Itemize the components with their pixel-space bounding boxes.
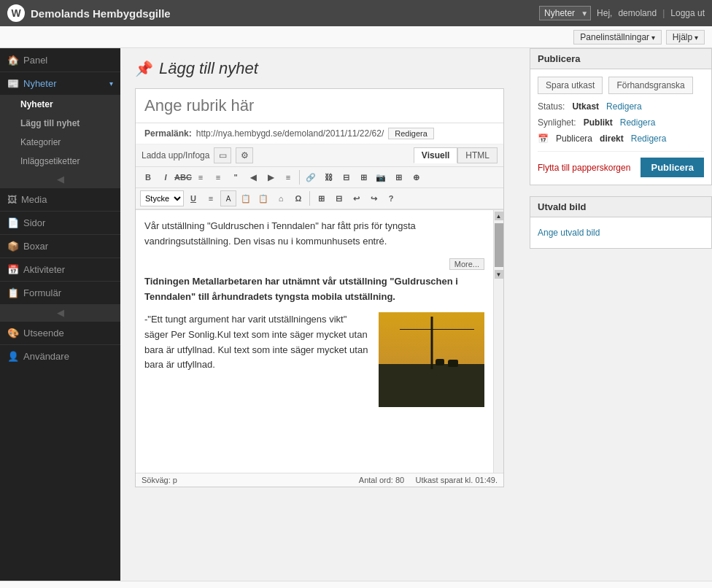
toolbar-row2: Stycke U ≡ A 📋 📋 ⌂ Ω ⊞ ⊟ ↩ ↪: [136, 188, 503, 209]
tb-undo[interactable]: ↩: [348, 190, 364, 206]
sidebar-item-kategorier[interactable]: Kategorier: [0, 133, 120, 152]
tb-fullscreen[interactable]: ⊞: [355, 169, 371, 185]
scrollbar-thumb[interactable]: [495, 223, 503, 267]
publish-direct-row: 📅 Publicera direkt Redigera: [538, 134, 704, 144]
sidebar-collapse-btn-2[interactable]: ◀: [0, 304, 120, 321]
tab-visuell[interactable]: Visuell: [414, 147, 457, 163]
status-edit-link[interactable]: Redigera: [606, 101, 642, 112]
sidebar-item-aktiviteter[interactable]: 📅 Aktiviteter: [0, 258, 120, 281]
publish-direct-edit-link[interactable]: Redigera: [631, 134, 667, 144]
news-dropdown[interactable]: Nyheter: [539, 6, 591, 20]
sidebar-item-lagg-till-nyhet[interactable]: Lägg till nyhet: [0, 114, 120, 133]
tb-paste-word[interactable]: 📋: [255, 190, 271, 206]
publish-actions: Spara utkast Förhandsgranska: [538, 77, 704, 94]
tb-link[interactable]: 🔗: [303, 169, 319, 185]
main-and-right: 📌 Lägg till nyhet Permalänk: http://nya.…: [120, 48, 712, 581]
sidor-icon: 📄: [7, 217, 19, 228]
publish-button[interactable]: Publicera: [641, 158, 704, 177]
media-icon: 🖼: [7, 194, 17, 205]
permalink-url: http://nya.hembygd.se/demoland/2011/11/2…: [196, 128, 384, 139]
content-with-image: -"Ett tungt argument har varit utställni…: [144, 312, 484, 407]
scrollbar-down[interactable]: ▼: [495, 270, 503, 279]
tb-align-center[interactable]: ▶: [263, 169, 279, 185]
tb-media[interactable]: 📷: [373, 169, 389, 185]
sidebar-item-panel[interactable]: 🏠 Panel: [0, 48, 120, 71]
set-featured-image-link[interactable]: Ange utvald bild: [538, 225, 704, 241]
tb-paste-text[interactable]: 📋: [238, 190, 254, 206]
news-select-wrapper[interactable]: Nyheter: [539, 6, 591, 20]
panel-label: Panel: [23, 55, 47, 66]
sidebar-item-anvandare[interactable]: 👤 Användare: [0, 344, 120, 368]
panel-settings-button[interactable]: Panelinställningar: [573, 30, 662, 45]
scrollbar-up[interactable]: ▲: [495, 212, 503, 220]
tb-color[interactable]: A: [220, 190, 236, 206]
editor-top-bar: Ladda upp/Infoga ▭ ⚙ Visuell HTML: [136, 144, 503, 167]
tb-italic[interactable]: I: [158, 169, 174, 185]
tb-align-left[interactable]: ◀: [245, 169, 261, 185]
tb-align[interactable]: ≡: [203, 190, 219, 206]
help-button[interactable]: Hjälp: [666, 30, 705, 45]
tb-blockquote[interactable]: ": [228, 169, 244, 185]
nyheter-icon: 📰: [7, 78, 19, 89]
more-button[interactable]: More...: [449, 258, 484, 270]
trash-link[interactable]: Flytta till papperskorgen: [538, 163, 630, 173]
post-title-input[interactable]: [136, 89, 503, 123]
editor-footer: Sökväg: p Antal ord: 80 Utkast sparat kl…: [136, 473, 503, 487]
content-heading: Tidningen Metallarbetaren har utnämnt vå…: [144, 274, 484, 305]
pushpin-icon: 📌: [135, 60, 153, 77]
aktiviteter-label: Aktiviteter: [23, 264, 65, 275]
editor-content[interactable]: Vår utställning "Guldruschen i Tenndalen…: [136, 210, 493, 473]
tb-ol[interactable]: ≡: [210, 169, 226, 185]
sidebar-collapse-btn[interactable]: ◀: [0, 171, 120, 187]
permalink-label: Permalänk:: [144, 128, 192, 139]
tb-ul[interactable]: ≡: [193, 169, 209, 185]
sidebar-item-boxar[interactable]: 📦 Boxar: [0, 234, 120, 258]
sidebar-item-nyheter[interactable]: Nyheter: [0, 95, 120, 114]
upload-image-btn[interactable]: ▭: [214, 147, 231, 163]
tab-html[interactable]: HTML: [457, 147, 498, 163]
tb-bold[interactable]: B: [140, 169, 156, 185]
tb-more[interactable]: ⊕: [408, 169, 424, 185]
tb-char[interactable]: Ω: [290, 190, 306, 206]
upload-settings-btn[interactable]: ⚙: [236, 147, 253, 163]
tb-redo[interactable]: ↪: [365, 190, 382, 206]
separator: |: [662, 8, 665, 18]
right-column: Publicera Spara utkast Förhandsgranska S…: [519, 48, 712, 581]
tb-table[interactable]: ⊞: [390, 169, 406, 185]
formular-label: Formulär: [23, 287, 61, 298]
sidebar-item-sidor[interactable]: 📄 Sidor: [0, 211, 120, 234]
content-para1: Vår utställning "Guldruschen i Tenndalen…: [144, 219, 484, 249]
featured-image-box: Utvald bild Ange utvald bild: [530, 196, 712, 249]
img-wire: [400, 329, 474, 330]
tb-align-right[interactable]: ≡: [280, 169, 296, 185]
tb-outdent[interactable]: ⊟: [330, 190, 347, 206]
tb-help[interactable]: ?: [383, 190, 399, 206]
main-content: 📌 Lägg till nyhet Permalänk: http://nya.…: [120, 48, 519, 581]
tb-indent[interactable]: ⊞: [313, 190, 329, 206]
sidebar-item-formular[interactable]: 📋 Formulär: [0, 281, 120, 304]
wp-logo: W: [7, 4, 25, 22]
boxar-icon: 📦: [7, 241, 19, 252]
logout-link[interactable]: Logga ut: [670, 8, 705, 18]
tb-underline[interactable]: U: [185, 190, 201, 206]
visibility-edit-link[interactable]: Redigera: [620, 117, 656, 128]
sidebar-item-inlaggsetiketter[interactable]: Inläggsetiketter: [0, 152, 120, 171]
save-draft-button[interactable]: Spara utkast: [538, 77, 603, 94]
tb-insert[interactable]: ⊟: [338, 169, 354, 185]
tb-eraser[interactable]: ⌂: [273, 190, 289, 206]
img-pole: [430, 317, 433, 369]
permalink-edit-button[interactable]: Redigera: [388, 128, 434, 139]
panel-icon: 🏠: [7, 55, 19, 66]
featured-image-body: Ange utvald bild: [530, 217, 711, 248]
tb-strikethrough[interactable]: ABC: [175, 169, 191, 185]
editor-scrollbar[interactable]: ▲ ▼: [493, 210, 503, 473]
preview-button[interactable]: Förhandsgranska: [608, 77, 692, 94]
paragraph-select[interactable]: Stycke: [140, 190, 184, 206]
media-label: Media: [21, 194, 47, 205]
sidebar-item-nyheter-header[interactable]: 📰 Nyheter ▾: [0, 71, 120, 95]
inlaggsetiketter-label: Inläggsetiketter: [20, 156, 80, 166]
footer: Tack för att du använder WordPress | Sve…: [0, 581, 712, 588]
tb-unlink[interactable]: ⛓: [320, 169, 336, 185]
sidebar-item-media[interactable]: 🖼 Media: [0, 187, 120, 211]
sidebar-item-utseende[interactable]: 🎨 Utseende: [0, 321, 120, 344]
